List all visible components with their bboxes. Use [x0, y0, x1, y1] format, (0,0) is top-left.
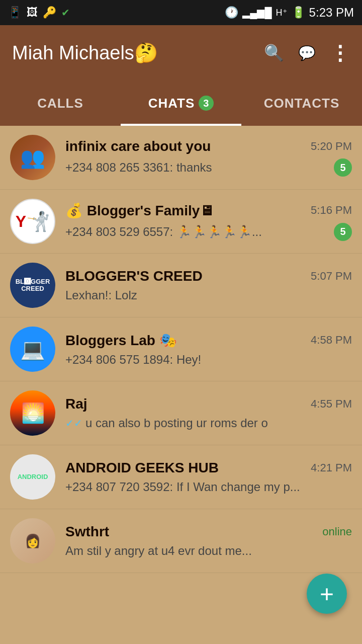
- whatsapp-icon: 📱: [8, 6, 22, 19]
- header-actions: 🔍 💬 ⋮: [264, 41, 350, 64]
- chat-name-infinix: infinix care about you: [65, 138, 211, 154]
- chat-preview-android-geeks: +234 807 720 3592: If I Wan change my p.…: [65, 480, 300, 494]
- chat-time-blogger-creed: 5:07 PM: [311, 270, 352, 283]
- tab-contacts[interactable]: CONTACTS: [241, 80, 362, 126]
- chat-content-raj: Raj 4:55 PM ✓✓ u can also b posting ur r…: [65, 396, 352, 430]
- page-title: Miah Michaels🤔: [12, 42, 158, 64]
- avatar-blogger-family: Y: [10, 199, 55, 244]
- check-icon: ✔: [61, 7, 70, 19]
- chat-name-bloggers-lab: Bloggers Lab 🎭: [65, 332, 177, 349]
- chat-item-raj[interactable]: Raj 4:55 PM ✓✓ u can also b posting ur r…: [0, 381, 362, 445]
- image-icon: 🖼: [27, 6, 38, 19]
- unread-badge-infinix: 5: [334, 158, 352, 177]
- avatar-swthrt: 👩: [10, 518, 55, 564]
- chat-time-bloggers-lab: 4:58 PM: [311, 334, 352, 347]
- status-bar: 📱 🖼 🔑 ✔ 🕐 ▂▄▆█ H⁺ 🔋 5:23 PM: [0, 0, 362, 25]
- battery-icon: 🔋: [292, 6, 305, 19]
- chat-item-bloggers-lab[interactable]: Bloggers Lab 🎭 4:58 PM +234 806 575 1894…: [0, 317, 362, 381]
- status-icons-left: 📱 🖼 🔑 ✔: [8, 6, 70, 19]
- new-chat-fab[interactable]: +: [307, 574, 347, 614]
- chat-name-swthrt: Swthrt: [65, 524, 109, 540]
- chat-preview-blogger-creed: Lexhan!: Lolz: [65, 288, 137, 302]
- chat-content-android-geeks: ANDROID GEEKS HUB 4:21 PM +234 807 720 3…: [65, 460, 352, 494]
- chat-item-blogger-creed[interactable]: BL🅾GGERCREED BLOGGER'S CREED 5:07 PM Lex…: [0, 254, 362, 317]
- chat-name-raj: Raj: [65, 396, 87, 412]
- avatar-raj: [10, 390, 55, 436]
- status-icons-right: 🕐 ▂▄▆█ H⁺ 🔋 5:23 PM: [225, 6, 354, 20]
- unread-badge-blogger-family: 5: [334, 223, 352, 241]
- read-receipt-icon: ✓✓: [65, 417, 82, 429]
- tab-calls[interactable]: CALLS: [0, 80, 121, 126]
- avatar-android-geeks: ANDROID: [10, 454, 55, 500]
- chat-preview-blogger-family: +234 803 529 6557: 🏃🏃🏃🏃🏃...: [65, 225, 262, 239]
- chats-unread-badge: 3: [199, 96, 214, 111]
- app-header: Miah Michaels🤔 🔍 💬 ⋮: [0, 25, 362, 80]
- tab-chats[interactable]: CHATS 3: [121, 80, 241, 126]
- chat-content-infinix: infinix care about you 5:20 PM +234 808 …: [65, 138, 352, 177]
- clock-icon: 🕐: [225, 6, 238, 19]
- chat-preview-raj: ✓✓ u can also b posting ur roms der o: [65, 416, 268, 430]
- chat-preview-infinix: +234 808 265 3361: thanks: [65, 160, 212, 175]
- chat-preview-swthrt: Am stil y angry at u4 evr dout me...: [65, 544, 252, 558]
- chat-list: infinix care about you 5:20 PM +234 808 …: [0, 126, 362, 573]
- chat-name-blogger-creed: BLOGGER'S CREED: [65, 268, 203, 284]
- more-options-icon[interactable]: ⋮: [330, 41, 350, 64]
- key-icon: 🔑: [43, 6, 56, 19]
- chat-time-android-geeks: 4:21 PM: [311, 461, 352, 474]
- search-icon[interactable]: 🔍: [264, 43, 284, 62]
- chat-content-blogger-family: 💰 Blogger's Family🖥 5:16 PM +234 803 529…: [65, 202, 352, 241]
- avatar-bloggers-lab: [10, 327, 55, 372]
- chat-name-blogger-family: 💰 Blogger's Family🖥: [65, 202, 214, 219]
- chat-item-swthrt[interactable]: 👩 Swthrt online Am stil y angry at u4 ev…: [0, 509, 362, 573]
- chat-time-infinix: 5:20 PM: [311, 140, 352, 153]
- chat-item-blogger-family[interactable]: Y 💰 Blogger's Family🖥 5:16 PM +234 803 5…: [0, 190, 362, 254]
- chat-item-android-geeks[interactable]: ANDROID ANDROID GEEKS HUB 4:21 PM +234 8…: [0, 445, 362, 509]
- chat-time-raj: 4:55 PM: [311, 397, 352, 411]
- chat-content-blogger-creed: BLOGGER'S CREED 5:07 PM Lexhan!: Lolz: [65, 268, 352, 302]
- signal-bars-icon: ▂▄▆█: [242, 7, 272, 19]
- chat-name-android-geeks: ANDROID GEEKS HUB: [65, 460, 219, 476]
- chat-time-blogger-family: 5:16 PM: [311, 204, 352, 217]
- network-icon: H⁺: [276, 7, 288, 18]
- chat-icon[interactable]: 💬: [298, 45, 316, 61]
- avatar-blogger-creed: BL🅾GGERCREED: [10, 263, 55, 308]
- chat-preview-bloggers-lab: +234 806 575 1894: Hey!: [65, 353, 201, 367]
- chat-content-swthrt: Swthrt online Am stil y angry at u4 evr …: [65, 524, 352, 558]
- status-time: 5:23 PM: [309, 6, 354, 20]
- chat-item-infinix[interactable]: infinix care about you 5:20 PM +234 808 …: [0, 126, 362, 190]
- chat-content-bloggers-lab: Bloggers Lab 🎭 4:58 PM +234 806 575 1894…: [65, 332, 352, 367]
- tab-bar: CALLS CHATS 3 CONTACTS: [0, 80, 362, 126]
- online-status-swthrt: online: [322, 525, 352, 538]
- avatar-infinix: [10, 135, 55, 180]
